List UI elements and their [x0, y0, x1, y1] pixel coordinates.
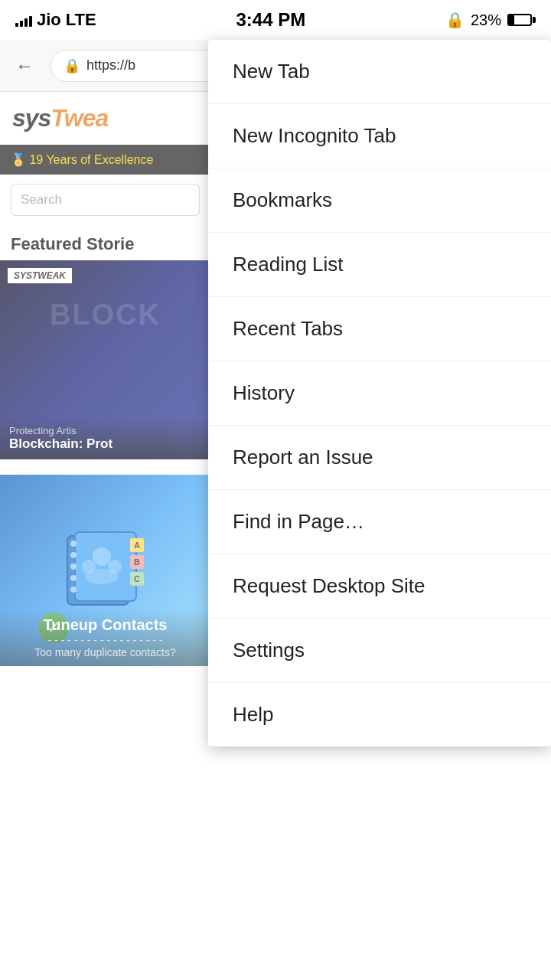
- menu-item-bookmarks[interactable]: Bookmarks: [208, 168, 551, 233]
- menu-scrim: [0, 92, 208, 980]
- menu-item-report-issue[interactable]: Report an Issue: [208, 426, 551, 490]
- menu-item-new-tab[interactable]: New Tab: [208, 40, 551, 104]
- menu-item-find-in-page[interactable]: Find in Page…: [208, 490, 551, 554]
- status-right: 🔒 23%: [445, 11, 536, 29]
- carrier-label: Jio: [37, 10, 61, 30]
- battery-icon: [507, 14, 536, 26]
- menu-item-recent-tabs[interactable]: Recent Tabs: [208, 297, 551, 361]
- menu-item-reading-list[interactable]: Reading List: [208, 233, 551, 297]
- ssl-lock-icon: 🔒: [64, 57, 80, 74]
- lock-status-icon: 🔒: [445, 11, 465, 29]
- signal-icon: [15, 13, 32, 27]
- status-left: Jio LTE: [15, 10, 96, 30]
- menu-item-settings[interactable]: Settings: [208, 619, 551, 683]
- dropdown-menu: New Tab New Incognito Tab Bookmarks Read…: [208, 40, 551, 746]
- back-icon: ←: [15, 55, 34, 77]
- battery-percent: 23%: [471, 11, 501, 29]
- menu-item-new-incognito-tab[interactable]: New Incognito Tab: [208, 104, 551, 168]
- menu-item-history[interactable]: History: [208, 361, 551, 426]
- network-label: LTE: [66, 10, 96, 30]
- back-button[interactable]: ←: [9, 51, 40, 81]
- time-label: 3:44 PM: [236, 9, 305, 31]
- menu-item-request-desktop[interactable]: Request Desktop Site: [208, 554, 551, 619]
- status-bar: Jio LTE 3:44 PM 🔒 23%: [0, 0, 551, 40]
- menu-item-help[interactable]: Help: [208, 683, 551, 746]
